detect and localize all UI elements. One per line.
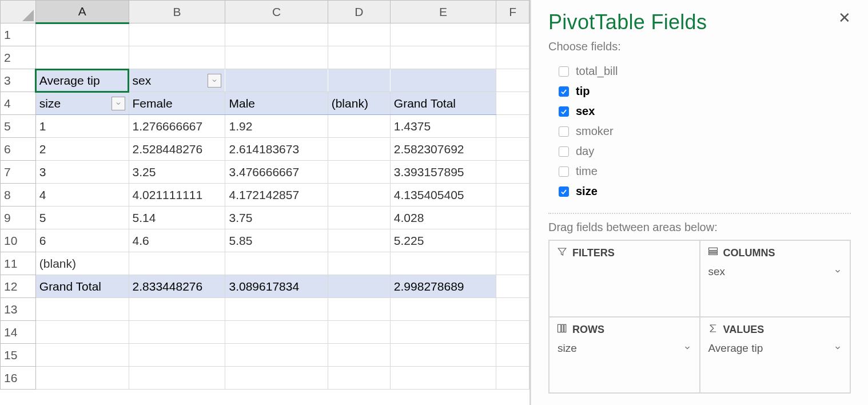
pivot-value[interactable]: 5.85 — [225, 229, 328, 252]
cell[interactable] — [496, 367, 529, 390]
dropdown-icon[interactable] — [112, 97, 125, 110]
pivot-col-header[interactable]: Female — [129, 92, 225, 115]
cell[interactable] — [328, 298, 390, 321]
col-header-A[interactable]: A — [35, 1, 129, 23]
pivot-row-label[interactable]: 5 — [35, 207, 129, 229]
field-day[interactable]: day — [558, 141, 851, 161]
area-values[interactable]: VALUES Average tip — [700, 317, 851, 394]
cell[interactable] — [390, 321, 496, 344]
cell[interactable] — [328, 23, 390, 46]
chevron-down-icon[interactable] — [834, 342, 842, 355]
row-header-13[interactable]: 13 — [1, 298, 36, 321]
cell[interactable] — [390, 69, 496, 92]
cell[interactable] — [496, 321, 529, 344]
cell[interactable] — [225, 321, 328, 344]
cell[interactable] — [225, 46, 328, 69]
pivot-row-label[interactable]: 4 — [35, 184, 129, 207]
col-header-D[interactable]: D — [328, 1, 390, 23]
checkbox-icon[interactable] — [559, 106, 569, 117]
row-header-8[interactable]: 8 — [1, 184, 36, 207]
cell[interactable] — [390, 298, 496, 321]
pivot-value[interactable] — [225, 252, 328, 275]
cell[interactable] — [129, 321, 225, 344]
cell[interactable] — [225, 69, 328, 92]
col-header-B[interactable]: B — [129, 1, 225, 23]
row-header-9[interactable]: 9 — [1, 207, 36, 229]
field-smoker[interactable]: smoker — [558, 121, 851, 141]
checkbox-icon[interactable] — [559, 66, 569, 77]
cell[interactable] — [496, 23, 529, 46]
cell[interactable] — [496, 69, 529, 92]
row-header-14[interactable]: 14 — [1, 321, 36, 344]
pivot-measure-label[interactable]: Average tip — [35, 69, 129, 92]
pivot-value[interactable]: 5.225 — [390, 229, 496, 252]
cell[interactable] — [496, 138, 529, 161]
col-header-E[interactable]: E — [390, 1, 496, 23]
pivot-value[interactable]: 1.4375 — [390, 115, 496, 138]
pivot-value[interactable] — [328, 138, 390, 161]
cell[interactable] — [35, 321, 129, 344]
cell[interactable] — [496, 229, 529, 252]
pivot-value[interactable] — [129, 252, 225, 275]
row-header-6[interactable]: 6 — [1, 138, 36, 161]
values-item-average-tip[interactable]: Average tip — [707, 341, 843, 356]
pivot-value[interactable]: 4.021111111 — [129, 184, 225, 207]
cell[interactable] — [496, 184, 529, 207]
chevron-down-icon[interactable] — [834, 265, 842, 278]
row-header-10[interactable]: 10 — [1, 229, 36, 252]
cell[interactable] — [35, 46, 129, 69]
cell[interactable] — [496, 115, 529, 138]
cell[interactable] — [35, 23, 129, 46]
cell[interactable] — [225, 298, 328, 321]
checkbox-icon[interactable] — [559, 186, 569, 197]
pivot-value[interactable]: 4.6 — [129, 229, 225, 252]
cell[interactable] — [328, 321, 390, 344]
cell[interactable] — [496, 161, 529, 184]
pivot-grand-total-value[interactable] — [328, 275, 390, 298]
pivot-value[interactable]: 3.75 — [225, 207, 328, 229]
pivot-col-header[interactable]: Male — [225, 92, 328, 115]
cell[interactable] — [390, 344, 496, 367]
pivot-grand-total-label[interactable]: Grand Total — [35, 275, 129, 298]
row-header-5[interactable]: 5 — [1, 115, 36, 138]
cell[interactable] — [496, 207, 529, 229]
pivot-row-label[interactable]: (blank) — [35, 252, 129, 275]
row-header-4[interactable]: 4 — [1, 92, 36, 115]
col-header-F[interactable]: F — [496, 1, 529, 23]
pivot-value[interactable]: 4.135405405 — [390, 184, 496, 207]
row-header-12[interactable]: 12 — [1, 275, 36, 298]
pivot-value[interactable] — [328, 184, 390, 207]
pivot-value[interactable]: 2.582307692 — [390, 138, 496, 161]
cell[interactable] — [328, 367, 390, 390]
col-header-C[interactable]: C — [225, 1, 328, 23]
checkbox-icon[interactable] — [559, 86, 569, 97]
cell[interactable] — [496, 92, 529, 115]
pivot-value[interactable]: 3.476666667 — [225, 161, 328, 184]
cell[interactable] — [496, 298, 529, 321]
cell[interactable] — [390, 46, 496, 69]
cell[interactable] — [225, 344, 328, 367]
rows-item-size[interactable]: size — [556, 341, 692, 356]
cell[interactable] — [496, 275, 529, 298]
pivot-grand-total-value[interactable]: 2.833448276 — [129, 275, 225, 298]
pivot-row-field[interactable]: size — [35, 92, 129, 115]
cell[interactable] — [328, 344, 390, 367]
chevron-down-icon[interactable] — [683, 342, 691, 355]
cell[interactable] — [496, 344, 529, 367]
pivot-value[interactable] — [328, 115, 390, 138]
pivot-value[interactable] — [328, 252, 390, 275]
cell[interactable] — [225, 23, 328, 46]
pivot-value[interactable]: 5.14 — [129, 207, 225, 229]
area-rows[interactable]: ROWS size — [549, 317, 700, 394]
area-filters[interactable]: FILTERS — [549, 240, 700, 317]
columns-item-sex[interactable]: sex — [707, 264, 843, 279]
pivot-grand-total-value[interactable]: 2.998278689 — [390, 275, 496, 298]
cell[interactable] — [35, 367, 129, 390]
cell[interactable] — [129, 344, 225, 367]
cell[interactable] — [35, 344, 129, 367]
row-header-1[interactable]: 1 — [1, 23, 36, 46]
close-icon[interactable]: ✕ — [838, 10, 851, 25]
cell[interactable] — [496, 46, 529, 69]
select-all-corner[interactable] — [1, 1, 36, 23]
pivot-grand-total-value[interactable]: 3.089617834 — [225, 275, 328, 298]
